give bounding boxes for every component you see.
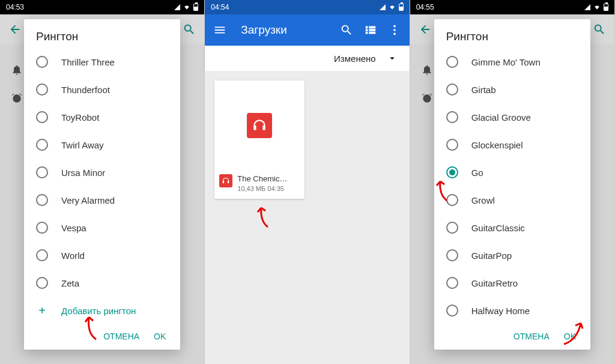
- ringtone-label: ToyRobot: [61, 112, 99, 123]
- file-thumbnail: [214, 80, 304, 171]
- ringtone-label: Twirl Away: [61, 140, 104, 150]
- file-meta: The Chemic… 10,43 МБ 04:35: [214, 171, 304, 199]
- ringtone-label: Glockenspiel: [471, 140, 523, 150]
- ringtone-option[interactable]: Vespa: [29, 214, 175, 241]
- svg-point-2: [393, 33, 396, 35]
- chevron-down-icon: [387, 53, 398, 64]
- file-card[interactable]: The Chemic… 10,43 МБ 04:35: [214, 80, 304, 199]
- ringtone-label: Go: [471, 168, 483, 178]
- radio-icon: [446, 139, 458, 151]
- svg-point-0: [393, 25, 396, 28]
- battery-icon: [193, 4, 198, 11]
- ringtone-dialog: Рингтон Gimme Mo' Town Girtab Glacial Gr…: [434, 19, 590, 350]
- app-title: Загрузки: [241, 23, 286, 37]
- plus-icon: +: [36, 304, 48, 318]
- cancel-button[interactable]: ОТМЕНА: [103, 332, 139, 341]
- radio-icon: [36, 139, 48, 151]
- wifi-icon: [388, 4, 396, 10]
- ringtone-list[interactable]: Gimme Mo' Town Girtab Glacial Groove Glo…: [434, 48, 590, 326]
- ringtone-label: Zeta: [61, 278, 79, 288]
- add-ringtone-button[interactable]: + Добавить рингтон: [29, 297, 175, 324]
- ringtone-option[interactable]: Ursa Minor: [29, 159, 175, 186]
- ok-button[interactable]: OK: [154, 332, 166, 341]
- screenshot-2: 04:54 Загрузки Изменено: [205, 0, 410, 364]
- ringtone-label: Very Alarmed: [61, 195, 115, 205]
- radio-icon: [446, 56, 458, 68]
- radio-icon: [36, 249, 48, 261]
- radio-icon: [446, 194, 458, 206]
- headphones-icon: [219, 174, 232, 187]
- radio-icon: [446, 222, 458, 234]
- ringtone-label: Glacial Groove: [471, 112, 531, 123]
- ringtone-label: Thunderfoot: [61, 85, 110, 95]
- svg-point-1: [393, 29, 396, 31]
- ringtone-label: World: [61, 250, 85, 261]
- radio-icon: [446, 249, 458, 261]
- ringtone-label: Vespa: [61, 223, 86, 233]
- ringtone-option[interactable]: Go: [439, 159, 586, 186]
- headphones-icon: [247, 113, 272, 138]
- radio-icon: [36, 111, 48, 123]
- status-bar: 04:54: [205, 0, 409, 14]
- clock: 04:55: [416, 3, 434, 11]
- wifi-icon: [183, 4, 191, 10]
- add-ringtone-label: Добавить рингтон: [61, 306, 136, 316]
- ringtone-option[interactable]: Glacial Groove: [439, 103, 586, 131]
- more-icon[interactable]: [388, 23, 401, 37]
- ringtone-label: GuitarPop: [471, 250, 512, 261]
- file-subtext: 10,43 МБ 04:35: [237, 184, 287, 193]
- screenshot-3: 04:55 Рингтон Gimme Mo' Town Girtab Glac…: [410, 0, 615, 364]
- ok-button[interactable]: OK: [564, 332, 576, 341]
- ringtone-option[interactable]: Thriller Three: [29, 48, 175, 76]
- ringtone-option[interactable]: Thunderfoot: [29, 76, 175, 103]
- clock: 04:53: [6, 3, 24, 11]
- ringtone-option[interactable]: Glockenspiel: [439, 131, 586, 159]
- radio-icon: [36, 222, 48, 234]
- dialog-title: Рингтон: [434, 30, 590, 48]
- ringtone-option[interactable]: ToyRobot: [29, 103, 175, 131]
- ringtone-option[interactable]: Growl: [439, 186, 586, 214]
- ringtone-option[interactable]: Halfway Home: [439, 297, 586, 324]
- menu-icon[interactable]: [213, 23, 226, 37]
- clock: 04:54: [211, 3, 229, 11]
- battery-icon: [604, 4, 608, 11]
- ringtone-option[interactable]: GuitarPop: [439, 241, 586, 269]
- ringtone-option[interactable]: World: [29, 241, 175, 269]
- radio-icon: [446, 111, 458, 123]
- ringtone-label: Gimme Mo' Town: [471, 57, 541, 67]
- signal-icon: [380, 4, 386, 10]
- cancel-button[interactable]: ОТМЕНА: [514, 332, 550, 341]
- search-icon[interactable]: [340, 23, 353, 37]
- downloads-app-bar: Загрузки: [205, 14, 409, 46]
- ringtone-list[interactable]: Thriller Three Thunderfoot ToyRobot Twir…: [24, 48, 180, 326]
- radio-icon: [36, 194, 48, 206]
- radio-icon: [36, 166, 48, 178]
- radio-icon: [36, 83, 48, 96]
- sort-bar[interactable]: Изменено: [205, 46, 409, 71]
- file-name: The Chemic…: [237, 174, 287, 184]
- sort-label: Изменено: [334, 53, 376, 64]
- radio-icon: [446, 277, 458, 289]
- battery-icon: [399, 4, 404, 11]
- ringtone-option[interactable]: Gimme Mo' Town: [439, 48, 586, 76]
- ringtone-label: Ursa Minor: [61, 168, 105, 178]
- ringtone-option[interactable]: Very Alarmed: [29, 186, 175, 214]
- status-icons: [380, 4, 404, 11]
- dialog-actions: ОТМЕНА OK: [24, 326, 180, 350]
- ringtone-option[interactable]: GuitarRetro: [439, 269, 586, 297]
- ringtone-label: Thriller Three: [61, 57, 115, 67]
- view-list-icon[interactable]: [364, 23, 377, 37]
- screenshot-1: 04:53 Рингтон Thriller Three Thunderfoot…: [0, 0, 205, 364]
- status-bar: 04:55: [410, 0, 614, 14]
- radio-icon: [446, 305, 458, 317]
- ringtone-option[interactable]: Girtab: [439, 76, 586, 103]
- ringtone-label: Halfway Home: [471, 306, 530, 316]
- dialog-actions: ОТМЕНА OK: [434, 326, 590, 350]
- status-icons: [174, 4, 198, 11]
- ringtone-dialog: Рингтон Thriller Three Thunderfoot ToyRo…: [24, 19, 180, 350]
- wifi-icon: [593, 4, 601, 10]
- ringtone-option[interactable]: GuitarClassic: [439, 214, 586, 241]
- ringtone-option[interactable]: Zeta: [29, 269, 175, 297]
- ringtone-option[interactable]: Twirl Away: [29, 131, 175, 159]
- dialog-title: Рингтон: [24, 30, 180, 48]
